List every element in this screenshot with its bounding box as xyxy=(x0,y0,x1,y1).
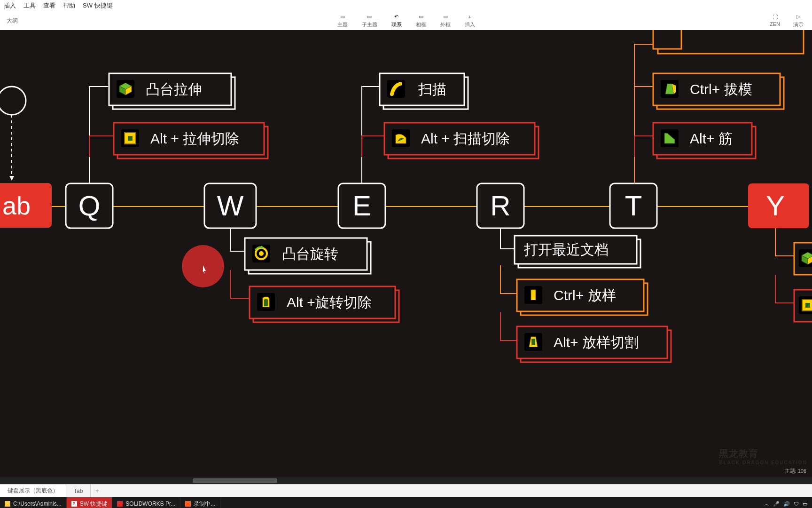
outline-button[interactable]: 大纲 xyxy=(7,17,18,24)
node-extrude-cut[interactable]: Alt + 拉伸切除 xyxy=(114,123,268,159)
svg-text:E: E xyxy=(352,190,371,222)
extrude-cut-icon xyxy=(121,129,139,147)
node-rib[interactable]: Alt+ 筋 xyxy=(653,123,756,159)
node-loft[interactable]: Ctrl+ 放样 xyxy=(517,279,648,315)
svg-text:W: W xyxy=(217,190,244,222)
tb-present[interactable]: ▷演示 xyxy=(793,14,804,28)
node-draft[interactable]: Ctrl+ 拔模 xyxy=(653,73,784,109)
tab-add[interactable]: + xyxy=(91,488,103,494)
svg-text:Q: Q xyxy=(78,190,101,222)
svg-text:Alt+ 筋: Alt+ 筋 xyxy=(690,131,733,146)
svg-text:Alt + 扫描切除: Alt + 扫描切除 xyxy=(421,131,510,146)
svg-text:ab: ab xyxy=(2,191,31,220)
tb-subtopic[interactable]: ▭子主题 xyxy=(362,14,377,28)
svg-text:打开最近文档: 打开最近文档 xyxy=(523,242,609,257)
node-revolve-cut[interactable]: Alt +旋转切除 xyxy=(250,286,399,322)
canvas[interactable]: ab Q W E R T Y xyxy=(0,30,812,484)
svg-text:Alt+ 放样切割: Alt+ 放样切割 xyxy=(554,334,639,350)
tabbar: 键盘展示（黑底色） Tab + xyxy=(0,484,812,497)
tray-chevron-icon[interactable]: ︿ xyxy=(764,500,769,508)
svg-text:扫描: 扫描 xyxy=(418,81,446,97)
tb-insert[interactable]: +插入 xyxy=(465,14,475,28)
task-explorer[interactable]: C:\Users\Adminis... xyxy=(0,497,67,508)
watermark: 黑龙教育 BLACK DRAGON EDUCATION xyxy=(719,447,807,465)
key-t[interactable]: T xyxy=(610,183,657,228)
key-e[interactable]: E xyxy=(338,183,385,228)
tab-keyboard[interactable]: 键盘展示（黑底色） xyxy=(0,484,66,497)
node-recent-docs[interactable]: 打开最近文档 xyxy=(515,236,640,268)
folder-icon xyxy=(5,501,10,507)
draft-icon xyxy=(661,80,679,98)
menu-tools[interactable]: 工具 xyxy=(23,1,36,10)
svg-text:Ctrl+ 放样: Ctrl+ 放样 xyxy=(554,287,616,303)
toolbar: 大纲 ▭主题 ▭子主题 ↶联系 ▭相框 ▭外框 +插入 ⛶ZEN ▷演示 xyxy=(0,11,812,30)
tray-shield-icon[interactable]: 🛡 xyxy=(794,501,799,507)
svg-text:凸台拉伸: 凸台拉伸 xyxy=(146,81,202,97)
menubar: 插入 工具 查看 帮助 SW 快捷键 xyxy=(0,0,812,11)
svg-rect-18 xyxy=(653,30,681,49)
menu-view[interactable]: 查看 xyxy=(43,1,55,10)
solidworks-icon xyxy=(117,501,123,507)
tab-tab[interactable]: Tab xyxy=(66,484,91,497)
revolve-cut-icon xyxy=(257,293,275,311)
tb-zen[interactable]: ⛶ZEN xyxy=(770,14,780,28)
svg-text:Alt + 拉伸切除: Alt + 拉伸切除 xyxy=(150,131,239,146)
loft-icon xyxy=(524,286,542,304)
task-xmind[interactable]: XSW 快捷键 xyxy=(67,497,113,508)
mindmap-diagram: ab Q W E R T Y xyxy=(0,30,812,482)
sweep-cut-icon xyxy=(392,129,410,147)
record-icon xyxy=(185,501,191,507)
svg-text:R: R xyxy=(490,190,510,222)
node-sweep-cut[interactable]: Alt + 扫描切除 xyxy=(384,123,539,159)
key-q[interactable]: Q xyxy=(66,183,113,228)
task-solidworks[interactable]: SOLIDWORKS Pr... xyxy=(112,497,180,508)
tb-relation[interactable]: ↶联系 xyxy=(391,14,402,28)
menu-shortcuts[interactable]: SW 快捷键 xyxy=(83,1,113,10)
tray-battery-icon[interactable]: ▭ xyxy=(803,501,807,507)
taskbar: C:\Users\Adminis... XSW 快捷键 SOLIDWORKS P… xyxy=(0,497,812,508)
svg-text:凸台旋转: 凸台旋转 xyxy=(282,246,338,262)
extrude-boss-icon xyxy=(117,80,134,98)
svg-text:Y: Y xyxy=(766,190,785,222)
horizontal-scrollbar[interactable] xyxy=(0,477,812,484)
node-loft-cut[interactable]: Alt+ 放样切割 xyxy=(517,326,671,362)
system-tray[interactable]: ︿ 🎤 🔊 🛡 ▭ xyxy=(759,500,812,508)
key-y[interactable]: Y xyxy=(748,183,809,228)
revolve-icon xyxy=(252,245,270,262)
menu-insert[interactable]: 插入 xyxy=(4,1,16,10)
rib-icon xyxy=(661,129,679,147)
task-recording[interactable]: 录制中... xyxy=(180,497,220,508)
node-revolve-boss[interactable]: 凸台旋转 xyxy=(245,238,371,274)
sweep-icon xyxy=(387,80,405,98)
key-r[interactable]: R xyxy=(477,183,524,228)
xmind-icon: X xyxy=(71,501,77,507)
tray-mic-icon[interactable]: 🎤 xyxy=(773,501,780,507)
topic-count: 主题: 106 xyxy=(785,468,806,475)
svg-text:T: T xyxy=(625,190,642,222)
svg-marker-3 xyxy=(9,176,14,181)
node-extrude-boss[interactable]: 凸台拉伸 xyxy=(109,73,235,109)
key-w[interactable]: W xyxy=(204,183,256,228)
svg-point-1 xyxy=(0,87,26,115)
loft-cut-icon xyxy=(524,333,542,351)
tb-border[interactable]: ▭外框 xyxy=(440,14,451,28)
tb-theme[interactable]: ▭主题 xyxy=(337,14,348,28)
svg-text:Ctrl+ 拔模: Ctrl+ 拔模 xyxy=(690,81,752,97)
tb-frame[interactable]: ▭相框 xyxy=(416,14,426,28)
tray-volume-icon[interactable]: 🔊 xyxy=(783,501,790,507)
node-sweep[interactable]: 扫描 xyxy=(380,73,468,109)
svg-text:Alt +旋转切除: Alt +旋转切除 xyxy=(287,294,372,310)
menu-help[interactable]: 帮助 xyxy=(63,1,75,10)
